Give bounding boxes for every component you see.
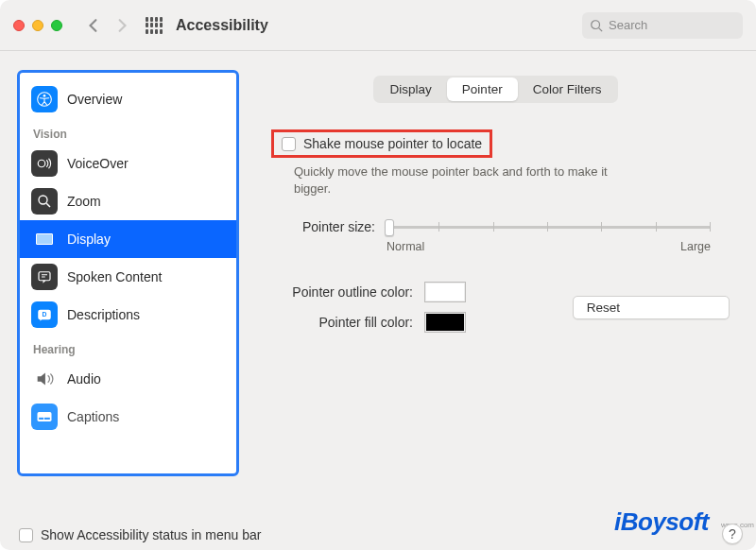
sidebar-item-captions[interactable]: Captions	[20, 398, 236, 436]
svg-point-0	[592, 20, 600, 28]
zoom-icon	[31, 188, 58, 215]
pointer-color-rows: Pointer outline color: Reset Pointer fil…	[262, 282, 730, 333]
pointer-size-label: Pointer size:	[262, 219, 375, 234]
svg-point-4	[38, 160, 45, 167]
slider-max-label: Large	[680, 240, 711, 253]
tab-display[interactable]: Display	[375, 77, 447, 101]
spoken-content-icon	[31, 264, 58, 290]
content-pane: Display Pointer Color Filters Shake mous…	[262, 70, 739, 541]
svg-line-6	[46, 203, 50, 207]
search-icon	[590, 19, 603, 32]
tabs: Display Pointer Color Filters	[262, 76, 730, 103]
close-window-button[interactable]	[13, 20, 25, 31]
pointer-size-row: Pointer size:	[262, 217, 730, 236]
svg-point-5	[39, 196, 47, 204]
sidebar-item-zoom[interactable]: Zoom	[20, 182, 236, 220]
fill-color-well[interactable]	[424, 312, 466, 333]
show-all-prefs-button[interactable]	[146, 17, 163, 34]
slider-min-label: Normal	[387, 240, 424, 253]
slider-labels: Normal Large	[387, 240, 711, 253]
svg-text:D: D	[43, 311, 47, 318]
descriptions-icon: D	[31, 301, 58, 328]
tab-pointer[interactable]: Pointer	[447, 77, 518, 101]
accessibility-prefs-window: Accessibility Search Overview Vision Voi…	[0, 0, 756, 550]
window-title: Accessibility	[176, 17, 268, 34]
svg-rect-11	[39, 418, 43, 420]
search-placeholder: Search	[609, 18, 647, 32]
shake-pointer-row: Shake mouse pointer to locate	[271, 129, 492, 158]
sidebar-item-descriptions[interactable]: D Descriptions	[20, 296, 236, 334]
sidebar-item-overview[interactable]: Overview	[20, 80, 236, 118]
sidebar-item-label: Spoken Content	[67, 269, 162, 284]
zoom-window-button[interactable]	[51, 20, 62, 31]
help-button[interactable]: ?	[722, 524, 743, 544]
svg-rect-7	[39, 272, 50, 281]
minimize-window-button[interactable]	[32, 20, 43, 31]
footer: Show Accessibility status in menu bar	[19, 527, 261, 542]
back-button[interactable]	[81, 13, 106, 38]
sidebar-item-display[interactable]: Display	[20, 220, 236, 258]
sidebar-item-label: Zoom	[67, 194, 101, 209]
sidebar-item-label: Descriptions	[67, 307, 140, 322]
sidebar-item-label: VoiceOver	[67, 156, 129, 171]
sidebar-item-label: Captions	[67, 409, 119, 424]
shake-pointer-label: Shake mouse pointer to locate	[303, 136, 482, 151]
body: Overview Vision VoiceOver Zoom Display	[0, 51, 756, 550]
svg-line-1	[599, 27, 603, 31]
svg-point-3	[43, 95, 46, 97]
tab-color-filters[interactable]: Color Filters	[518, 77, 617, 101]
forward-button[interactable]	[110, 13, 134, 38]
sidebar-item-audio[interactable]: Audio	[20, 360, 236, 398]
watermark: iBoysoft	[614, 507, 709, 537]
sidebar-item-label: Display	[67, 232, 111, 247]
outline-color-well[interactable]	[424, 282, 466, 302]
sidebar: Overview Vision VoiceOver Zoom Display	[17, 70, 239, 476]
section-hearing-label: Hearing	[20, 334, 236, 360]
show-status-checkbox[interactable]	[19, 528, 33, 542]
show-status-label: Show Accessibility status in menu bar	[41, 527, 261, 542]
captions-icon	[31, 404, 58, 430]
sidebar-item-voiceover[interactable]: VoiceOver	[20, 145, 236, 182]
window-controls	[13, 20, 62, 31]
sidebar-item-label: Overview	[67, 92, 122, 107]
fill-color-label: Pointer fill color:	[262, 315, 413, 330]
outline-color-label: Pointer outline color:	[262, 284, 413, 300]
search-field[interactable]: Search	[582, 12, 743, 39]
display-icon	[31, 226, 58, 252]
svg-rect-10	[38, 412, 52, 421]
sidebar-item-label: Audio	[67, 371, 101, 387]
reset-button[interactable]: Reset	[573, 296, 730, 319]
slider-thumb[interactable]	[385, 219, 394, 236]
accessibility-icon	[31, 86, 58, 112]
section-vision-label: Vision	[20, 118, 236, 145]
shake-pointer-hint: Quickly move the mouse pointer back and …	[294, 163, 634, 197]
titlebar: Accessibility Search	[0, 0, 756, 51]
voiceover-icon	[31, 150, 58, 177]
audio-icon	[31, 366, 58, 392]
sidebar-item-spoken-content[interactable]: Spoken Content	[20, 258, 236, 296]
tab-group: Display Pointer Color Filters	[373, 76, 619, 103]
shake-pointer-checkbox[interactable]	[282, 137, 296, 151]
svg-rect-12	[44, 418, 50, 420]
pointer-size-slider[interactable]	[385, 217, 711, 236]
